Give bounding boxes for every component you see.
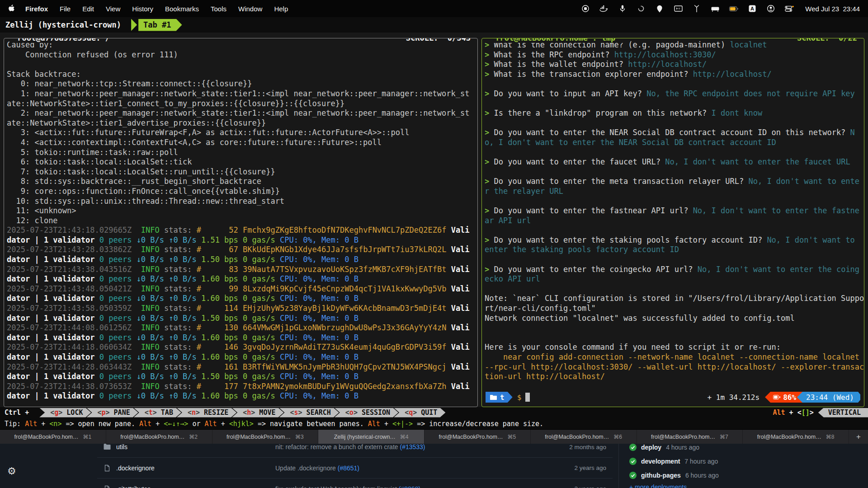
window-tab-label: frol@MacBookPro.hom… bbox=[120, 434, 184, 440]
log-entry: 2025-07-23T21:44:28.063443Z INFO stats: … bbox=[7, 362, 470, 381]
window-tab-8[interactable]: frol@MacBookPro.hom…⌘8 bbox=[743, 430, 849, 444]
vertical-split-label: VERTICAL bbox=[818, 408, 868, 418]
menu-item-history[interactable]: History bbox=[132, 5, 153, 13]
window-tab-1[interactable]: frol@MacBookPro.hom…⌘1 bbox=[0, 430, 106, 444]
tip-text: => open new pane. bbox=[61, 420, 139, 428]
deployment-time: 4 hours ago bbox=[666, 444, 699, 451]
pr-link[interactable]: (#8868) bbox=[399, 485, 420, 488]
pr-link[interactable]: (#13533) bbox=[400, 444, 425, 450]
deployment-name[interactable]: deploy bbox=[641, 444, 661, 451]
deployment-name[interactable]: development bbox=[641, 458, 680, 465]
svg-text:A: A bbox=[750, 6, 754, 11]
qa-line: > Do you want to enter the meta transact… bbox=[485, 177, 859, 196]
spiral-icon[interactable] bbox=[637, 4, 646, 13]
commit-message[interactable]: fix: exclude test WebAssembly from lingu… bbox=[275, 485, 565, 488]
menu-clock[interactable]: Wed Jul 23 23:44 bbox=[805, 5, 860, 13]
new-window-tab-button[interactable]: + bbox=[849, 430, 868, 444]
menu-item-file[interactable]: File bbox=[60, 5, 71, 13]
input-source-icon[interactable]: A bbox=[748, 4, 757, 13]
vertical-split-hint: Alt + <[]> bbox=[773, 408, 813, 417]
commit-message[interactable]: Update .dockerignore (#8651) bbox=[275, 465, 565, 472]
tip-text: <+|-> bbox=[392, 420, 413, 428]
stack-trace: Caused by: Connection refused (os error … bbox=[7, 40, 470, 225]
screen-record-icon[interactable] bbox=[581, 4, 590, 13]
window-tab-4[interactable]: Zellij (hysterical-crown…⌘4 bbox=[318, 430, 425, 444]
file-name[interactable]: .gitattributes bbox=[104, 485, 275, 488]
commit-date: 2 months ago bbox=[569, 444, 606, 450]
file-list: utilsnit: refactor: remove a bunch of ex… bbox=[97, 444, 613, 488]
battery-icon[interactable] bbox=[729, 4, 738, 13]
apple-menu-icon[interactable] bbox=[8, 4, 16, 13]
note-line: Note: `near` CLI configuration is stored… bbox=[485, 294, 864, 313]
console-command: near config add-connection --network-nam… bbox=[485, 352, 864, 381]
pane-left[interactable]: Caused by: Connection refused (os error … bbox=[4, 38, 478, 407]
deployment-name[interactable]: github-pages bbox=[641, 472, 681, 479]
tip-text: Alt bbox=[139, 420, 151, 428]
menu-item-window[interactable]: Window bbox=[238, 5, 262, 13]
tip-text: Alt bbox=[25, 420, 37, 428]
qa-line: > Do you want to enter the fastnear API … bbox=[485, 206, 859, 225]
keyboard-icon[interactable] bbox=[711, 4, 720, 13]
log-entry: 2025-07-23T21:44:18.060634Z INFO stats: … bbox=[7, 343, 470, 361]
menu-item-edit[interactable]: Edit bbox=[82, 5, 94, 13]
window-tab-3[interactable]: frol@MacBookPro.hom…⌘3 bbox=[212, 430, 319, 444]
command-intro: Here is your console command if you need… bbox=[485, 343, 781, 352]
menu-item-view[interactable]: View bbox=[106, 5, 120, 13]
commit-message[interactable]: nit: refactor: remove a bunch of extern … bbox=[275, 444, 560, 450]
log-entry: 2025-07-23T21:43:48.050421Z INFO stats: … bbox=[7, 284, 470, 303]
window-tab-label: frol@MacBookPro.hom… bbox=[439, 434, 503, 440]
menu-bar-right: A Wed Jul 23 23:44 bbox=[581, 4, 860, 13]
window-tab-label: frol@MacBookPro.hom… bbox=[14, 434, 79, 440]
window-tab-5[interactable]: frol@MacBookPro.hom…⌘5 bbox=[425, 430, 531, 444]
prompt-right-status: + 1m 34.212s 86% 23:44 (Wed) bbox=[708, 392, 860, 403]
hint-text: [] bbox=[802, 408, 810, 417]
check-circle-icon bbox=[629, 472, 637, 479]
command-duration: + 1m 34.212s bbox=[708, 393, 760, 402]
keybind-right: Alt + <[]> VERTICAL bbox=[773, 408, 868, 418]
tip-text: Alt bbox=[205, 420, 217, 428]
menu-item-tools[interactable]: Tools bbox=[211, 5, 226, 13]
settings-gear-icon[interactable]: ⚙ bbox=[7, 465, 16, 477]
more-deployments-link[interactable]: + more deployments bbox=[629, 483, 687, 488]
log-entry: 2025-07-23T21:43:38.043516Z INFO stats: … bbox=[7, 265, 470, 284]
qa-line: > Do you want to enter the NEAR Social D… bbox=[485, 128, 855, 147]
window-tab-label: frol@MacBookPro.hom… bbox=[226, 434, 291, 440]
menu-item-firefox[interactable]: Firefox bbox=[25, 5, 48, 13]
keybind-segments: <g> LOCK<p> PANE<t> TAB<n> RESIZE<h> MOV… bbox=[39, 408, 445, 418]
terminal-window: Zellij (hysterical-crown) Tab #1 Caused … bbox=[0, 17, 868, 429]
window-tab-2[interactable]: frol@MacBookPro.hom…⌘2 bbox=[106, 430, 212, 444]
zellij-tip-bar: Tip: Alt + <n> => open new pane. Alt + <… bbox=[0, 418, 868, 429]
keybind-pane: <p> PANE bbox=[86, 408, 138, 418]
zellij-tab-1[interactable]: Tab #1 bbox=[138, 19, 182, 31]
location-pin-icon[interactable] bbox=[655, 4, 664, 13]
file-name[interactable]: .dockerignore bbox=[104, 465, 275, 472]
deployment-item: development7 hours ago bbox=[629, 454, 774, 468]
shell-prompt[interactable]: t $ + 1m 34.212s 86% 23:44 (Wed) bbox=[486, 391, 860, 403]
docker-icon[interactable] bbox=[599, 4, 609, 13]
pr-link[interactable]: (#8651) bbox=[338, 465, 359, 472]
prompt-dir-segment: t bbox=[486, 392, 513, 403]
terminal-output-right: > What is the connection name? (e.g. pag… bbox=[482, 38, 864, 382]
window-tab-shortcut: ⌘1 bbox=[83, 434, 91, 440]
keybind-tab: <t> TAB bbox=[134, 408, 181, 418]
file-row: utilsnit: refactor: remove a bunch of ex… bbox=[97, 444, 613, 457]
display-mirror-icon[interactable] bbox=[674, 4, 683, 13]
pane-right[interactable]: > What is the connection name? (e.g. pag… bbox=[481, 38, 864, 407]
control-center-icon[interactable] bbox=[785, 4, 794, 13]
terminal-cursor bbox=[525, 393, 530, 402]
user-account-icon[interactable] bbox=[766, 4, 775, 13]
qa-line: > Do you want to enter the faucet URL? N… bbox=[485, 157, 850, 166]
file-icon bbox=[104, 485, 111, 488]
tip-text: + bbox=[37, 420, 49, 428]
window-tab-shortcut: ⌘5 bbox=[507, 434, 516, 440]
window-tab-7[interactable]: frol@MacBookPro.hom…⌘7 bbox=[637, 430, 743, 444]
airflow-icon[interactable] bbox=[692, 4, 701, 13]
window-tab-label: frol@MacBookPro.hom… bbox=[651, 434, 715, 440]
microphone-icon[interactable] bbox=[618, 4, 627, 13]
file-name[interactable]: utils bbox=[104, 444, 275, 450]
deployment-time: 7 hours ago bbox=[684, 458, 718, 465]
menu-item-bookmarks[interactable]: Bookmarks bbox=[165, 5, 199, 13]
window-tab-6[interactable]: frol@MacBookPro.hom…⌘6 bbox=[531, 430, 637, 444]
tip-text: + bbox=[151, 420, 164, 428]
menu-item-help[interactable]: Help bbox=[274, 5, 288, 13]
